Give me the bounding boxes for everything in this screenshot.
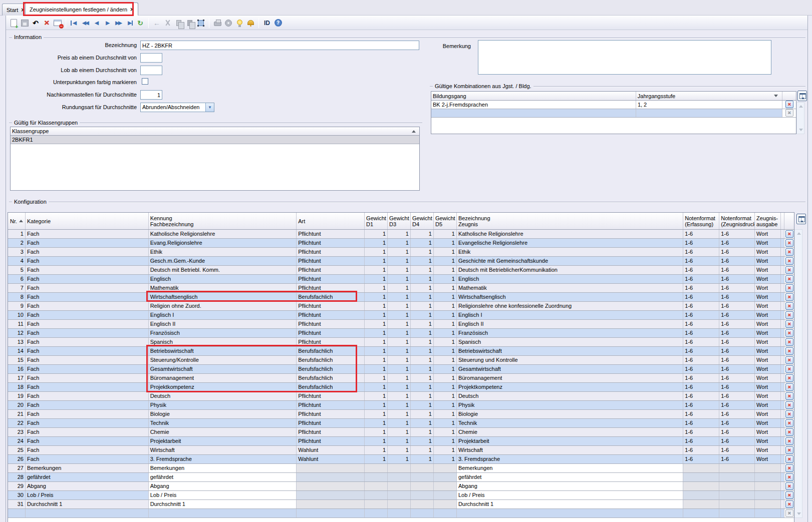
- cell-kennung[interactable]: Durchschnitt 1: [149, 500, 297, 508]
- cell-notenformat-zeugnisdruck[interactable]: 1-6: [719, 275, 755, 283]
- cell-notenformat-zeugnisdruck[interactable]: 1-6: [719, 455, 755, 463]
- cell-nr[interactable]: 13: [8, 338, 26, 346]
- config-row[interactable]: 20FachPhysikPflichtunt1111Physik1-61-6Wo…: [8, 401, 794, 410]
- cell-bezeichnung-zeugnis[interactable]: gefährdet: [457, 473, 683, 481]
- jahrgangsstufe-filter-icon[interactable]: [774, 95, 778, 97]
- cell-nr[interactable]: 23: [8, 428, 26, 436]
- cell-bezeichnung-zeugnis[interactable]: Englisch II: [457, 320, 683, 328]
- cell-gewicht-d3[interactable]: 1: [388, 248, 411, 256]
- cell-gewicht-d3[interactable]: 1: [388, 257, 411, 265]
- cell-bezeichnung-zeugnis[interactable]: Steuerung und Kontrolle: [457, 356, 683, 364]
- cell-gewicht-d3[interactable]: [388, 482, 411, 490]
- config-row[interactable]: 14FachBetriebswirtschaftBerufsfachlich11…: [8, 347, 794, 356]
- cell-zeugnisausgabe[interactable]: Wort: [755, 365, 781, 373]
- cell-bezeichnung-zeugnis[interactable]: Wirtschaft: [457, 446, 683, 454]
- cell-gewicht-d4[interactable]: [411, 491, 434, 499]
- cell-gewicht-d5[interactable]: 1: [434, 356, 457, 364]
- cell-bezeichnung-zeugnis[interactable]: Durchschnitt 1: [457, 500, 683, 508]
- cell-nr[interactable]: 9: [8, 302, 26, 310]
- cell-notenformat-erfassung[interactable]: 1-6: [683, 311, 719, 319]
- cell-jahrgangsstufe[interactable]: 1, 2: [636, 101, 782, 109]
- header-gewicht-d3[interactable]: Gewicht D3: [388, 213, 411, 229]
- cell-gewicht-d3[interactable]: 1: [388, 284, 411, 292]
- config-row[interactable]: 30Lob / PreisLob / PreisLob / Preis×: [8, 491, 794, 500]
- header-kategorie[interactable]: Kategorie: [26, 213, 149, 229]
- cell-nr[interactable]: 29: [8, 482, 26, 490]
- cell-gewicht-d3[interactable]: 1: [388, 329, 411, 337]
- cell-gewicht-d3[interactable]: 1: [388, 239, 411, 247]
- cell-kennung[interactable]: Deutsch: [149, 392, 297, 400]
- cell-notenformat-zeugnisdruck[interactable]: 1-6: [719, 284, 755, 292]
- cell-notenformat-erfassung[interactable]: 1-6: [683, 248, 719, 256]
- config-row[interactable]: 9FachReligion ohne Zuord.Pflichtunt1111R…: [8, 302, 794, 311]
- cell-bezeichnung-zeugnis[interactable]: Englisch: [457, 275, 683, 283]
- config-row[interactable]: 27BemerkungenBemerkungenBemerkungen×: [8, 464, 794, 473]
- cell-art[interactable]: Pflichtunt: [297, 239, 365, 247]
- cell-gewicht-d5[interactable]: [434, 509, 457, 517]
- cell-kategorie[interactable]: Fach: [26, 410, 149, 418]
- cell-nr[interactable]: 1: [8, 230, 26, 238]
- scroll-down-icon[interactable]: [799, 129, 803, 131]
- config-row[interactable]: 18FachProjektkompetenzBerufsfachlich1111…: [8, 383, 794, 392]
- kombinationen-col-jahrgangsstufe[interactable]: Jahrgangsstufe: [636, 92, 782, 100]
- delete-row-button[interactable]: ×: [785, 383, 793, 391]
- cell-art[interactable]: [297, 473, 365, 481]
- cell-notenformat-erfassung[interactable]: 1-6: [683, 239, 719, 247]
- cell-kennung[interactable]: gefährdet: [149, 473, 297, 481]
- config-row[interactable]: 11FachEnglisch IIPflichtunt1111Englisch …: [8, 320, 794, 329]
- toolbar-button-save[interactable]: [20, 18, 30, 28]
- cell-gewicht-d1[interactable]: 1: [365, 392, 388, 400]
- cell-nr[interactable]: 4: [8, 257, 26, 265]
- header-zeugnisausgabe[interactable]: Zeugnis- ausgabe: [755, 213, 781, 229]
- cell-gewicht-d5[interactable]: [434, 464, 457, 472]
- header-bezeichnung-zeugnis[interactable]: Bezeichnung Zeugnis: [457, 213, 683, 229]
- cell-gewicht-d3[interactable]: 1: [388, 320, 411, 328]
- config-row[interactable]: 24FachProjektarbeitPflichtunt1111Projekt…: [8, 437, 794, 446]
- cell-kategorie[interactable]: Fach: [26, 383, 149, 391]
- cell-kennung[interactable]: Englisch: [149, 275, 297, 283]
- cell-art[interactable]: Wahlunt: [297, 446, 365, 454]
- cell-gewicht-d5[interactable]: 1: [434, 455, 457, 463]
- cell-kennung[interactable]: Projektarbeit: [149, 437, 297, 445]
- cell-art[interactable]: [297, 464, 365, 472]
- cell-gewicht-d1[interactable]: [365, 464, 388, 472]
- cell-kategorie[interactable]: Fach: [26, 437, 149, 445]
- cell-gewicht-d3[interactable]: 1: [388, 410, 411, 418]
- cell-bezeichnung-zeugnis[interactable]: Deutsch: [457, 392, 683, 400]
- delete-row-button-disabled[interactable]: ×: [785, 509, 793, 517]
- cell-bezeichnung-zeugnis[interactable]: Büromanagement: [457, 374, 683, 382]
- cell-art[interactable]: Pflichtunt: [297, 257, 365, 265]
- cell-kategorie[interactable]: Bemerkungen: [26, 464, 149, 472]
- cell-gewicht-d5[interactable]: 1: [434, 293, 457, 301]
- cell-notenformat-zeugnisdruck[interactable]: 1-6: [719, 383, 755, 391]
- cell-notenformat-zeugnisdruck[interactable]: [719, 491, 755, 499]
- toolbar-button-copy[interactable]: [174, 18, 184, 28]
- cell-gewicht-d5[interactable]: 1: [434, 275, 457, 283]
- nr-sort-asc-icon[interactable]: [19, 220, 23, 222]
- cell-gewicht-d4[interactable]: 1: [411, 329, 434, 337]
- delete-row-button[interactable]: ×: [785, 374, 793, 382]
- cell-zeugnisausgabe[interactable]: Wort: [755, 446, 781, 454]
- cell-zeugnisausgabe[interactable]: Wort: [755, 338, 781, 346]
- cell-gewicht-d3[interactable]: 1: [388, 356, 411, 364]
- cell-gewicht-d4[interactable]: [411, 509, 434, 517]
- delete-row-button[interactable]: ×: [785, 275, 793, 283]
- cell-kategorie[interactable]: gefährdet: [26, 473, 149, 481]
- cell-kennung[interactable]: Deutsch mit Betriebl. Komm.: [149, 266, 297, 274]
- cell-notenformat-erfassung[interactable]: 1-6: [683, 446, 719, 454]
- preis-input[interactable]: [140, 53, 162, 63]
- cell-gewicht-d3[interactable]: [388, 473, 411, 481]
- cell-gewicht-d3[interactable]: 1: [388, 347, 411, 355]
- cell-zeugnisausgabe[interactable]: Wort: [755, 455, 781, 463]
- bemerkung-textarea[interactable]: [478, 40, 771, 75]
- cell-gewicht-d5[interactable]: 1: [434, 437, 457, 445]
- cell-art[interactable]: Pflichtunt: [297, 275, 365, 283]
- cell-zeugnisausgabe[interactable]: Wort: [755, 356, 781, 364]
- cell-gewicht-d1[interactable]: 1: [365, 320, 388, 328]
- cell-gewicht-d3[interactable]: 1: [388, 266, 411, 274]
- cell-nr[interactable]: 28: [8, 473, 26, 481]
- cell-bezeichnung-zeugnis[interactable]: Spanisch: [457, 338, 683, 346]
- cell-art[interactable]: Pflichtunt: [297, 320, 365, 328]
- cell-bezeichnung-zeugnis[interactable]: Religionslehre ohne konfessionelle Zuord…: [457, 302, 683, 310]
- cell-kennung[interactable]: Ethik: [149, 248, 297, 256]
